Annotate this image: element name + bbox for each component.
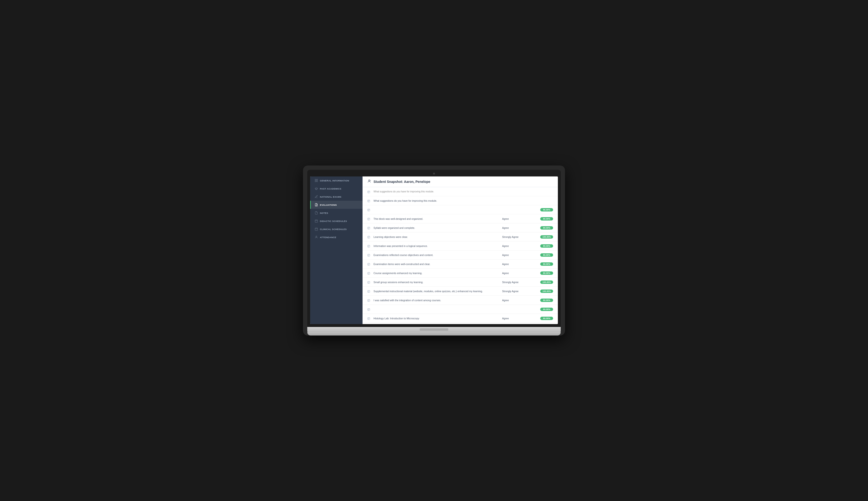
score-badge: 100.00% — [540, 235, 553, 238]
row-text: Examinations reflected course objectives… — [373, 254, 502, 256]
sidebar-label-evaluations: EVALUATIONS — [320, 204, 337, 206]
sidebar-item-clinical-schedules[interactable]: CLINICAL SCHEDULES — [310, 225, 362, 233]
row-response: Agree — [502, 245, 540, 247]
table-row: 86.00% — [362, 205, 558, 214]
row-text: Course assignments enhanced my learning. — [373, 272, 502, 275]
sidebar-item-general-information[interactable]: GENERAL INFORMATION — [310, 177, 362, 184]
svg-point-15 — [369, 180, 370, 181]
sidebar-icon-attendance — [315, 235, 318, 239]
table-row: What suggestions do you have for improvi… — [362, 196, 558, 205]
svg-rect-40 — [368, 263, 370, 265]
screen: GENERAL INFORMATION PAST ACADEMICS NATIO… — [310, 177, 558, 324]
sidebar-item-past-academics[interactable]: PAST ACADEMICS — [310, 184, 362, 193]
row-icon — [367, 208, 371, 212]
table-row: Course assignments enhanced my learning.… — [362, 269, 558, 278]
page-header: Student Snapshot: Aaron, Penelope — [362, 177, 558, 187]
row-response: Agree — [502, 263, 540, 266]
row-icon — [367, 199, 371, 202]
sidebar-item-evaluations[interactable]: EVALUATIONS — [310, 201, 362, 209]
table-row: I was satisfied with the integration of … — [362, 296, 558, 305]
row-text: Syllabi were organized and complete. — [373, 226, 502, 229]
row-question-text: What suggestions do you have for improvi… — [373, 190, 502, 193]
sidebar-label-clinical-schedules: CLINICAL SCHEDULES — [320, 228, 347, 231]
svg-rect-10 — [315, 228, 318, 231]
svg-rect-19 — [368, 200, 370, 202]
svg-rect-1 — [317, 179, 318, 180]
sidebar: GENERAL INFORMATION PAST ACADEMICS NATIO… — [310, 177, 362, 324]
row-text: I was satisfied with the integration of … — [373, 299, 502, 302]
row-response: Strongly Agree — [502, 281, 540, 284]
sidebar-label-general-information: GENERAL INFORMATION — [320, 179, 349, 182]
row-response: Strongly Agree — [502, 235, 540, 238]
sidebar-label-didactic-schedules: DIDACTIC SCHEDULES — [320, 220, 347, 222]
svg-rect-43 — [368, 272, 370, 274]
sidebar-item-attendance[interactable]: ATTENDANCE — [310, 233, 362, 241]
svg-rect-31 — [368, 236, 370, 238]
table-row: Examinations reflected course objectives… — [362, 250, 558, 259]
row-icon — [367, 253, 371, 257]
score-badge: 80.00% — [540, 226, 553, 230]
student-icon — [367, 179, 371, 184]
svg-rect-0 — [315, 179, 316, 180]
sidebar-icon-general-information — [315, 179, 318, 182]
row-text: Small group sessions enhanced my learnin… — [373, 281, 502, 284]
sidebar-icon-didactic-schedules — [315, 219, 318, 223]
score-badge: 80.00% — [540, 271, 553, 275]
content-area[interactable]: What suggestions do you have for improvi… — [362, 187, 558, 324]
row-icon — [367, 280, 371, 284]
row-icon — [367, 244, 371, 248]
row-response: Agree — [502, 217, 540, 220]
row-text: This block was well-designed and organiz… — [373, 217, 502, 220]
row-icon — [367, 271, 371, 275]
table-row: This block was well-designed and organiz… — [362, 214, 558, 223]
sidebar-icon-notes — [315, 211, 318, 215]
laptop-frame: GENERAL INFORMATION PAST ACADEMICS NATIO… — [303, 166, 565, 335]
trackpad — [420, 328, 448, 331]
row-icon — [367, 299, 371, 302]
laptop-base — [307, 327, 561, 332]
row-response: Agree — [502, 272, 540, 275]
svg-rect-2 — [315, 181, 316, 182]
score-badge: 80.00% — [540, 253, 553, 257]
svg-rect-37 — [368, 254, 370, 256]
sidebar-icon-past-academics — [315, 187, 318, 190]
row-icon — [367, 217, 371, 221]
table-row: 80.00% — [362, 305, 558, 314]
sidebar-item-notes[interactable]: NOTES — [310, 209, 362, 217]
row-text: Information was presented in a logical s… — [373, 245, 502, 247]
row-response: Agree — [502, 317, 540, 320]
table-row: Examination items were well-constructed … — [362, 259, 558, 269]
sidebar-label-notes: NOTES — [320, 212, 328, 214]
svg-rect-58 — [368, 317, 370, 320]
svg-rect-55 — [368, 308, 370, 310]
table-row: Histology Lab: Introduction to Microscop… — [362, 314, 558, 323]
svg-rect-52 — [368, 299, 370, 301]
row-icon — [367, 226, 371, 230]
svg-rect-28 — [368, 227, 370, 229]
row-icon — [367, 317, 371, 320]
score-badge: 80.00% — [540, 217, 553, 221]
page-title: Student Snapshot: Aaron, Penelope — [373, 180, 430, 184]
sidebar-item-didactic-schedules[interactable]: DIDACTIC SCHEDULES — [310, 217, 362, 225]
svg-rect-3 — [317, 181, 318, 182]
score-badge: 86.00% — [540, 208, 553, 212]
svg-rect-46 — [368, 281, 370, 283]
table-row: Small group sessions enhanced my learnin… — [362, 278, 558, 287]
svg-rect-25 — [368, 218, 370, 220]
svg-rect-22 — [368, 209, 370, 211]
score-badge: 80.00% — [540, 244, 553, 248]
sidebar-label-national-exams: NATIONAL EXAMS — [320, 195, 341, 198]
row-response: Strongly Agree — [502, 290, 540, 292]
row-icon — [367, 235, 371, 238]
sidebar-label-past-academics: PAST ACADEMICS — [320, 188, 341, 190]
score-badge: 80.00% — [540, 299, 553, 302]
score-badge: 80.00% — [540, 263, 553, 266]
sidebar-item-national-exams[interactable]: NATIONAL EXAMS — [310, 193, 362, 201]
sidebar-icon-evaluations — [315, 203, 318, 206]
sidebar-label-attendance: ATTENDANCE — [320, 236, 336, 238]
score-badge: 100.00% — [540, 280, 553, 284]
svg-point-14 — [316, 236, 317, 237]
table-row: Histology: Interactive Table Conferences… — [362, 323, 558, 324]
table-row: What suggestions do you have for improvi… — [362, 187, 558, 196]
svg-rect-49 — [368, 290, 370, 292]
